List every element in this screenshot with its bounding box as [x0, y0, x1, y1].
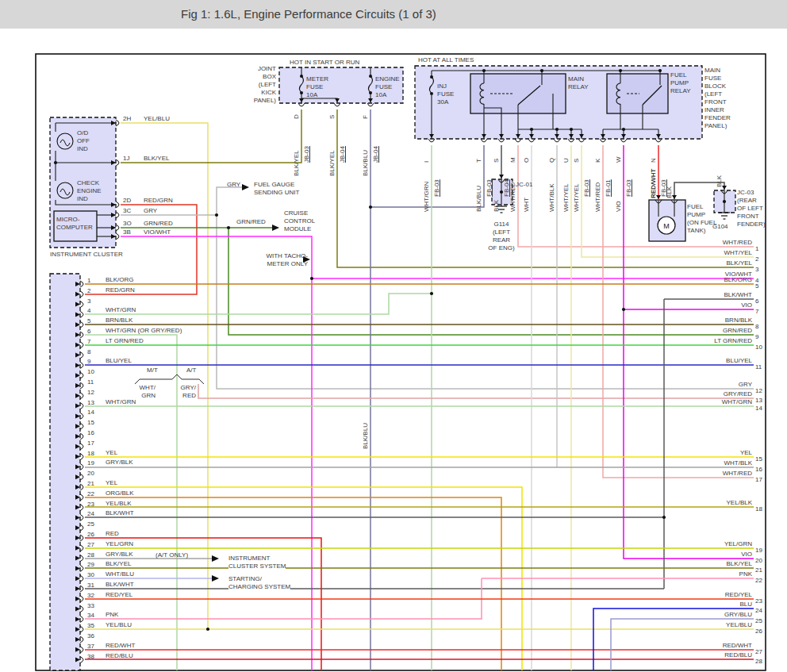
left-pin-number: 3 [87, 298, 90, 305]
left-pin-number: 29 [87, 561, 94, 568]
wire-GRY [217, 187, 243, 215]
left-pin-wire-label: PNK [106, 611, 118, 618]
right-row-number: 17 [755, 476, 762, 483]
drop-wire-color-label: WHT/YEL [573, 183, 580, 212]
right-row-number: 11 [755, 363, 762, 371]
fuel-gauge-label: FUEL GAUGE SENDING UNIT [254, 181, 299, 197]
jc01-label: JC-01 [516, 181, 532, 189]
at-wire-label: GRY/ RED [177, 384, 196, 400]
left-pin-wire-label: YEL/BLU [106, 621, 132, 628]
right-row-number: 6 [755, 298, 758, 305]
junction-dot [658, 69, 662, 72]
left-pin-number: 10 [87, 368, 94, 375]
left-pin-number: 5 [87, 317, 90, 324]
fuel-pump-relay-label: FUEL PUMP RELAY [670, 71, 691, 95]
drop-connector-code: FB-03 [433, 179, 440, 197]
left-pin-wire-label: YEL [106, 479, 117, 486]
junction-dot [227, 226, 230, 229]
junction-dot [530, 128, 533, 131]
drop-terminal-letter: S [573, 159, 580, 163]
junction-dot [555, 128, 559, 131]
left-pin-number: 34 [87, 612, 94, 619]
cluster-pin-wire-label: BLK/YEL [144, 155, 169, 162]
right-row-wire-label: BLK/WHT [666, 291, 752, 298]
left-pin-number: 25 [87, 520, 94, 528]
wiring-diagram: MBLK/YELDJB-03BLK/YELSJB-04BLK/BLUFJB-04… [0, 0, 787, 672]
left-pin-number: 4 [87, 307, 90, 314]
red-wht-wire-label: RED/WHT [650, 169, 657, 198]
left-pin-number: 19 [87, 459, 94, 467]
junction-dot [662, 516, 666, 519]
right-row-number: 7 [755, 308, 758, 315]
blk-blu-wire-label: BLK/BLU [362, 423, 369, 449]
right-row-number: 26 [755, 628, 762, 635]
right-row-wire-label: WHT/RED [666, 239, 752, 246]
left-pin-number: 31 [87, 582, 94, 589]
junction-dot [622, 308, 625, 311]
right-row-wire-label: PNK [666, 570, 752, 578]
left-pin-wire-label: WHT/GRN (OR GRY/RED) [106, 327, 182, 334]
right-row-wire-label: BRN/BLK [666, 317, 752, 324]
right-row-wire-label: WHT/BLK [666, 459, 752, 467]
left-pin-wire-label: RED [106, 530, 119, 537]
drop-connector-code: FB-03 [486, 179, 493, 197]
right-row-wire-label: RED/WHT [666, 642, 752, 649]
cluster-pin-wire-label: GRY [144, 207, 157, 214]
pointer-arrow-icon [272, 225, 279, 231]
right-row-number: 28 [755, 658, 762, 665]
right-row-number: 18 [755, 505, 762, 513]
right-row-wire-label: RED/YEL [666, 591, 752, 598]
left-pin-wire-label: RED/WHT [106, 642, 135, 649]
right-row-number: 21 [755, 566, 762, 574]
starting-charging-system-label: STARTING/ CHARGING SYSTEM [228, 575, 290, 591]
right-row-number: 16 [755, 466, 762, 473]
drop-wire-color-label: BLK/YEL [328, 151, 336, 176]
right-row-number: 27 [755, 648, 762, 655]
right-row-wire-label: LT GRN/RED [666, 337, 752, 344]
drop-connector-code: FB-03 [583, 179, 590, 197]
drop-wire-color-label: WHT/RED [594, 182, 601, 212]
drop-wire-color-label: WHT [523, 198, 530, 212]
left-pin-wire-label: BLK/ORG [106, 276, 134, 283]
drop-wire-color-label: WHT/BLK [548, 183, 555, 212]
left-pin-number: 18 [87, 450, 94, 457]
blk-wire-label: BLK [666, 186, 673, 198]
drop-wire-color-label: VIO [615, 201, 622, 212]
pointer-arrow-icon [212, 555, 219, 562]
left-pin-number: 22 [87, 490, 94, 497]
at-label: A/T [186, 367, 196, 374]
right-row-wire-label: YEL/GRN [666, 540, 752, 547]
left-pin-wire-label: GRY/BLK [106, 459, 133, 466]
main-relay-label: MAIN RELAY [568, 75, 589, 91]
right-row-number: 8 [755, 323, 758, 330]
drop-wire-color-label: WHT/GRN [423, 182, 430, 212]
instrument-cluster-system-label: INSTRUMENT CLUSTER SYSTEM [228, 555, 286, 570]
left-pin-number: 13 [87, 399, 94, 406]
right-row-wire-label: WHT/RED [666, 470, 752, 477]
left-pin-number: 17 [87, 440, 94, 447]
g114-label: G114 (LEFT REAR OF ENG) [479, 221, 524, 252]
left-pin-number: 35 [87, 622, 94, 629]
inj-fuse-label: INJ FUSE 30A [437, 83, 454, 106]
grn-red-wire-tag: GRN/RED [236, 218, 266, 226]
left-pin-wire-label: YEL [106, 449, 117, 456]
instrument-cluster-label: INSTRUMENT CLUSTER [50, 251, 123, 259]
junction-dot [540, 69, 543, 72]
blk-wire-label: BLK [716, 175, 723, 187]
left-pin-number: 30 [87, 571, 94, 578]
junction-dot [622, 128, 625, 131]
drop-terminal-letter: S [328, 115, 336, 119]
junction-dot [430, 292, 433, 295]
drop-terminal-letter: M [509, 157, 516, 163]
left-pin-wire-label: WHT/GRN [106, 398, 136, 405]
left-pin-number: 16 [87, 429, 94, 436]
cluster-pin-id: 1J [123, 155, 129, 162]
left-pin-number: 38 [87, 653, 94, 660]
mt-at-bracket [135, 374, 204, 384]
cruise-control-label: CRUISE CONTROL MODULE [284, 209, 315, 233]
junction-dot [570, 128, 573, 131]
left-pin-number: 9 [87, 358, 90, 365]
right-row-number: 25 [755, 617, 762, 624]
right-row-number: 15 [755, 455, 762, 463]
gry-wire-tag: GRY [227, 181, 240, 189]
